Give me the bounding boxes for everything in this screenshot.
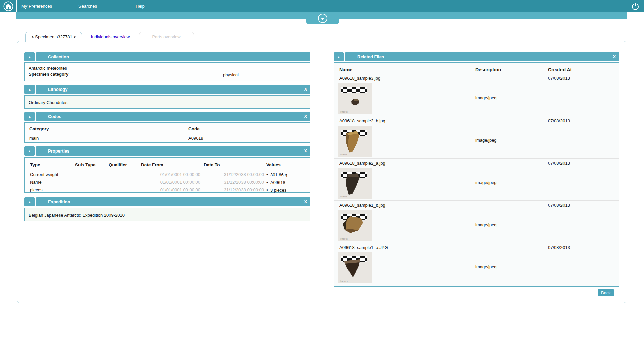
file-thumbnail[interactable]: ©RBINS	[338, 126, 372, 157]
panel-title: Expedition	[48, 199, 70, 204]
code-value-cell: A09618	[188, 136, 203, 141]
collapse-icon: ▲	[337, 55, 340, 59]
svg-text:©RBINS: ©RBINS	[340, 280, 348, 282]
file-created-at: 07/08/2013	[548, 161, 570, 166]
logout-button[interactable]	[627, 0, 644, 12]
collection-name: Antarctic meteorites	[29, 66, 67, 71]
menu-item-help[interactable]: Help	[131, 0, 188, 12]
expand-menu-button[interactable]	[306, 12, 339, 24]
collection-panel-header: ▲ Collection	[24, 52, 310, 61]
screen: My Preferences Searches Help < Specimen …	[0, 0, 644, 362]
top-menu: My Preferences Searches Help	[17, 0, 188, 12]
file-thumbnail[interactable]: ©RBINS	[338, 168, 372, 199]
panel-title-bar: Related Files x	[345, 52, 619, 61]
close-icon[interactable]: x	[304, 113, 307, 118]
file-name[interactable]: A09618_sample1_a.JPG	[339, 245, 388, 250]
power-icon	[631, 2, 640, 11]
related-files-header-name: Name	[339, 67, 352, 72]
file-created-at: 07/08/2013	[548, 76, 570, 81]
property-value: 3 pieces	[266, 187, 286, 193]
properties-header-values: Values	[266, 162, 281, 167]
panel-title: Lithology	[48, 87, 68, 92]
related-files-header-created-at: Created At	[548, 67, 572, 72]
property-type: Current weight	[30, 172, 58, 177]
related-files-header-description: Description	[475, 67, 501, 72]
menu-label: My Preferences	[21, 4, 52, 9]
collapse-icon: ▲	[28, 115, 31, 118]
related-files-panel-body: Name Description Created At A09618_sampl…	[334, 62, 619, 287]
lithology-collapse-button[interactable]: ▲	[24, 85, 35, 94]
svg-text:©RBINS: ©RBINS	[340, 154, 348, 156]
properties-header-sub-type: Sub-Type	[75, 162, 96, 167]
properties-header-qualifier: Qualifier	[109, 162, 127, 167]
file-name[interactable]: A09618_sample3.jpg	[339, 76, 380, 81]
home-button[interactable]	[0, 0, 17, 12]
panel-title-bar: Collection	[36, 52, 310, 61]
file-name[interactable]: A09618_sample2_a.jpg	[339, 161, 385, 166]
tab-specimen[interactable]: < Specimen s327781 >	[25, 32, 82, 42]
collection-panel-body: Antarctic meteorites Specimen category p…	[24, 62, 310, 81]
close-icon[interactable]: x	[304, 86, 307, 91]
file-thumbnail[interactable]: ©RBINS	[338, 83, 372, 114]
file-name[interactable]: A09618_sample1_b.jpg	[339, 203, 385, 208]
menu-label: Help	[136, 4, 145, 9]
chevron-down-icon	[318, 14, 327, 23]
property-type: Name	[30, 180, 42, 185]
expedition-panel-body: Belgian Japanese Antarctic Expedition 20…	[24, 208, 310, 221]
specimen-category-label: Specimen category	[29, 72, 68, 77]
expedition-collapse-button[interactable]: ▲	[24, 197, 35, 206]
file-thumbnail[interactable]: ©RBINS	[338, 210, 372, 241]
panel-title-bar: Codes x	[36, 112, 310, 121]
collection-collapse-button[interactable]: ▲	[24, 52, 35, 61]
collapse-icon: ▲	[28, 200, 31, 204]
tab-label: < Specimen s327781 >	[31, 34, 76, 39]
properties-collapse-button[interactable]: ▲	[24, 146, 35, 156]
file-thumbnail[interactable]: ©RBINS	[338, 252, 372, 283]
panel-title: Collection	[48, 54, 69, 59]
menu-label: Searches	[78, 4, 97, 9]
file-description: image/jpeg	[475, 138, 497, 143]
file-created-at: 07/08/2013	[548, 203, 570, 208]
related-file-row: A09618_sample1_a.JPG 07/08/2013 image/jp…	[334, 243, 619, 285]
property-row: Name 01/01/0001 00:00:00 31/12/2038 00:0…	[25, 179, 310, 186]
properties-header-date-to: Date To	[204, 162, 220, 167]
svg-text:©RBINS: ©RBINS	[340, 238, 348, 240]
close-icon[interactable]: x	[304, 148, 307, 153]
property-value: 301.66 g	[266, 172, 287, 177]
menu-item-searches[interactable]: Searches	[74, 0, 131, 12]
related-file-row: A09618_sample1_b.jpg 07/08/2013 image/jp…	[334, 200, 619, 243]
codes-panel-header: ▲ Codes x	[24, 112, 310, 121]
related-files-collapse-button[interactable]: ▲	[334, 52, 344, 61]
expedition-value: Belgian Japanese Antarctic Expedition 20…	[29, 213, 125, 218]
collapse-icon: ▲	[28, 149, 31, 153]
related-file-row: A09618_sample3.jpg 07/08/2013 image/jpeg…	[334, 74, 619, 116]
close-icon[interactable]: x	[613, 54, 616, 59]
related-file-row: A09618_sample2_a.jpg 07/08/2013 image/jp…	[334, 158, 619, 201]
tab-parts-overview: Parts overview	[139, 32, 194, 42]
codes-header-category: Category	[29, 126, 49, 131]
panel-title-bar: Lithology x	[36, 85, 310, 94]
property-type: pieces	[30, 187, 43, 192]
property-date-to: 31/12/2038 00:00:00	[204, 172, 264, 177]
related-file-row: A09618_sample2_b.jpg 07/08/2013 image/jp…	[334, 116, 619, 159]
menu-item-my-preferences[interactable]: My Preferences	[17, 0, 74, 12]
close-icon[interactable]: x	[304, 199, 307, 204]
related-files-panel-header: ▲ Related Files x	[334, 52, 619, 61]
panel-title: Codes	[48, 114, 61, 119]
codes-collapse-button[interactable]: ▲	[24, 112, 35, 121]
properties-panel-header: ▲ Properties x	[24, 146, 310, 156]
table-header-divider	[28, 169, 307, 169]
properties-header-type: Type	[30, 162, 40, 167]
file-name[interactable]: A09618_sample2_b.jpg	[339, 118, 385, 123]
tab-individuals-overview[interactable]: Individuals overview	[84, 32, 137, 42]
specimen-category-value: physical	[223, 72, 239, 77]
back-button[interactable]: Back	[598, 289, 614, 296]
code-category-cell: main	[29, 136, 39, 141]
lithology-panel-header: ▲ Lithology x	[24, 85, 310, 94]
properties-header-date-from: Date From	[141, 162, 163, 167]
panel-title: Properties	[48, 148, 69, 154]
home-icon	[3, 1, 14, 12]
tab-label: Parts overview	[152, 34, 180, 39]
tab-label: Individuals overview	[91, 34, 130, 39]
property-date-from: 01/01/0001 00:00:00	[141, 180, 200, 185]
